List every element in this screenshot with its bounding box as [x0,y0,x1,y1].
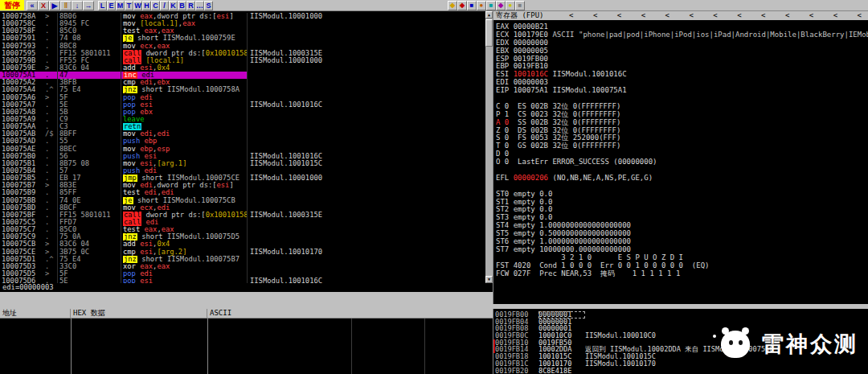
register-line[interactable]: ST0 empty 0.0 [496,191,868,199]
step-over-button[interactable]: → [83,1,94,10]
disasm-row[interactable]: 100075B9.85FFtest edi,edi [0,189,485,196]
disasm-row[interactable]: 100075AA.C3retn [0,123,485,130]
disasm-row[interactable]: 100075BB.74 0Eje short IISModul.100075CB [0,197,485,204]
register-line[interactable]: T 0 GS 002B 32位 0(FFFFFFFF) [496,142,868,150]
collapse-arrow-icon[interactable]: < [809,11,813,20]
plugin-button-7[interactable]: ● [506,1,515,10]
disasm-row[interactable]: 100075AE.8BECmov ebp,esp [0,146,485,153]
register-line[interactable]: ESP 0019FB00 [496,55,868,64]
window-button-k[interactable]: K [169,1,178,10]
disasm-row[interactable]: 100075A2.3BFBcmp edi,ebx [0,79,485,86]
disasm-row[interactable]: 100075C5.FFD7call edi [0,219,485,226]
disassembly-panel[interactable]: 1000758A>8B06mov eax,dword ptr ds:[esi]I… [0,11,485,283]
disasm-row[interactable]: 100075C7.85C0test eax,eax [0,226,485,233]
register-line[interactable]: ST6 empty 1.0000000000000000000 [496,238,868,246]
plugin-button-5[interactable]: ■ [486,1,496,10]
collapse-arrow-icon[interactable]: < [689,11,693,20]
collapse-arrow-icon[interactable]: < [785,11,789,20]
register-line[interactable]: ST2 empty 0.0 [496,206,868,214]
window-button-h[interactable]: H [142,1,151,10]
disasm-row[interactable]: 100075A7.5Epop esiIISModul.1001016C [0,101,485,109]
disasm-row[interactable]: 100075BD.8BCFmov ecx,edi [0,204,485,212]
window-button-r[interactable]: R [186,1,195,10]
window-button-b[interactable]: B [178,1,186,10]
disasm-row[interactable]: 100075B1.8B75 08mov esi,[arg.1]IISModul.… [0,160,485,167]
disasm-row[interactable]: 100075CB>83C6 04add esi,0x4 [0,240,485,248]
disasm-row[interactable]: 100075D5>5Fpop edi [0,270,485,277]
window-button-c[interactable]: C [151,1,160,10]
plugin-button-1[interactable]: ◆ [448,1,457,10]
disasm-row[interactable]: 100075A8.5Bpop ebx [0,109,485,116]
registers-panel[interactable]: 寄存器 (FPU) <<<<<<<<<<<<< EAX 00000B21ECX … [493,11,868,304]
register-line[interactable]: EAX 00000B21 [496,23,868,31]
register-line[interactable]: FCW 027F Prec NEAR,53 掩码 1 1 1 1 1 1 [496,270,868,278]
disasm-row[interactable]: 100075A6>5Fpop edi [0,94,485,101]
scroll-up-button[interactable]: ▲ [485,11,493,18]
window-button-l[interactable]: L [98,1,107,10]
disasm-row[interactable]: 100075B4.57push edi [0,167,485,175]
disasm-row[interactable]: 10007593.8BC8mov ecx,eax [0,43,485,50]
close-button[interactable]: X [38,1,49,10]
disasm-row[interactable]: 1000758F.85C0test eax,eax [0,27,485,35]
register-line[interactable]: ESI 1001016C IISModul.1001016C [496,71,868,79]
register-line[interactable]: Z 0 DS 002B 32位 0(FFFFFFFF) [496,127,868,135]
register-line[interactable]: 3 2 1 0 E S P U O Z D I [496,254,868,262]
collapse-arrow-icon[interactable]: < [593,11,597,20]
collapse-arrow-icon[interactable]: < [833,11,837,20]
pause-button[interactable]: ‖ [60,1,72,10]
dump-body[interactable] [0,319,493,374]
register-line[interactable]: ST5 empty 0.5000000000000000000 [496,230,868,238]
disasm-row[interactable]: 100075D1.^75 E4jnz short IISModul.100075… [0,256,485,263]
scroll-thumb[interactable] [485,19,493,47]
run-button[interactable]: ▶ [49,1,60,10]
register-line[interactable]: EDI 00000003 [496,79,868,87]
collapse-arrow-icon[interactable]: < [665,11,669,20]
disasm-row[interactable]: 1000759B.FF55 FCcall [local.1]IISModul.1… [0,57,485,64]
register-line[interactable]: EIP 100075A1 IISModul.100075A1 [496,87,868,95]
disasm-row[interactable]: 100075A4.^75 E4jnz short IISModul.100075… [0,86,485,93]
collapse-arrow-icon[interactable]: < [761,11,765,20]
disasm-row[interactable]: 1000758C.8945 FCmov [local.1],eax [0,20,485,27]
scroll-down-button[interactable]: ▼ [485,276,493,283]
disasm-row[interactable]: 100075BF.FF15 5801011call dword ptr ds:[… [0,212,485,219]
plugin-button-2[interactable]: ◆ [457,1,467,10]
register-line[interactable]: EDX 00000000 [496,39,868,47]
window-button-m[interactable]: M [116,1,125,10]
collapse-arrow-icon[interactable]: < [641,11,645,20]
collapse-arrow-icon[interactable]: < [858,11,862,20]
register-line[interactable]: C 0 ES 002B 32位 0(FFFFFFFF) [496,103,868,111]
register-line[interactable]: EFL 00000206 (NO,NB,NE,A,NS,PE,GE,G) [496,175,868,183]
disasm-row[interactable]: 100075D3.33C0xor eax,eax [0,263,485,270]
disasm-row[interactable]: 100075C9.75 0Ajnz short IISModul.100075D… [0,233,485,240]
disasm-row[interactable]: 100075A9.C9leave [0,116,485,123]
window-button-t[interactable]: T [125,1,133,10]
register-line[interactable] [496,166,868,175]
disasm-row[interactable]: 10007591.74 08je short IISModul.1000759E [0,35,485,42]
plugin-button-3[interactable]: ■ [467,1,477,10]
window-button-e[interactable]: E [107,1,116,10]
disasm-row[interactable]: 100075B7>8B3Emov edi,dword ptr ds:[esi] [0,182,485,189]
disasm-row[interactable]: 1000758A>8B06mov eax,dword ptr ds:[esi]I… [0,13,485,20]
disasm-row[interactable]: 100075B0.56push esiIISModul.1001016C [0,153,485,160]
register-line[interactable]: EBX 00000005 [496,47,868,55]
registers-body[interactable]: EAX 00000B21ECX 100179E0 ASCII "phone|pa… [493,20,868,304]
register-line[interactable]: A 0 SS 002B 32位 0(FFFFFFFF) [496,119,868,127]
plugin-button-4[interactable]: ● [477,1,486,10]
register-line[interactable]: ST3 empty 0.0 [496,214,868,222]
register-line[interactable]: O 0 LastErr ERROR_SUCCESS (00000000) [496,158,868,166]
plugin-button-6[interactable]: ◆ [496,1,506,10]
register-line[interactable]: ECX 100179E0 ASCII "phone|pad|pod|iPhone… [496,31,868,39]
disasm-scrollbar[interactable]: ▲ ▼ [485,11,493,283]
window-button-w[interactable]: W [133,1,142,10]
stack-panel[interactable]: 0019FB00000000010019FB04000000010019FB08… [493,309,868,374]
stack-row[interactable]: 0019FB208C8E418E [493,368,868,374]
window-button-/[interactable]: / [160,1,169,10]
register-line[interactable]: ST4 empty 1.0000000000000000000 [496,222,868,230]
register-line[interactable]: EBP 0019FB10 [496,63,868,71]
disasm-row[interactable]: 100075CE>3B75 0Ccmp esi,[arg.2]IISModul.… [0,249,485,256]
restart-button[interactable]: « [27,1,38,10]
register-line[interactable]: P 1 CS 0023 32位 0(FFFFFFFF) [496,111,868,119]
register-line[interactable]: ST1 empty 0.0 [496,199,868,207]
collapse-arrow-icon[interactable]: < [617,11,621,20]
step-into-button[interactable]: ↓ [72,1,83,10]
